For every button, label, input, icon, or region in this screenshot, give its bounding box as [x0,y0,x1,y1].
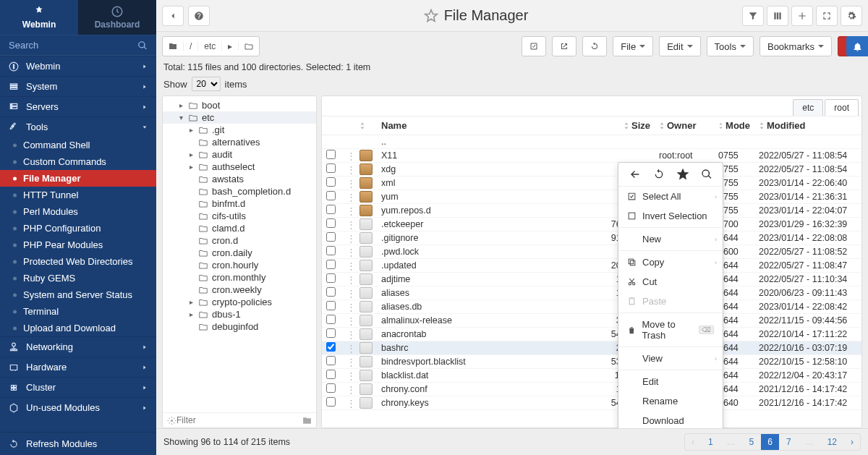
table-row[interactable]: ⋮ chrony.conf 1.34 KiB root:root 0644 20… [322,383,861,396]
tree-node[interactable]: bash_completion.d [163,185,316,197]
ctx-new[interactable]: New› [618,229,723,249]
table-row[interactable]: ⋮ X11 root:root 0755 2022/05/27 - 11:08:… [322,149,861,163]
breadcrumb-caret[interactable]: ▸ [221,41,238,51]
table-row[interactable]: ⋮ aliases 1.49 KiB root:root 0644 2020/0… [322,286,861,300]
tree-node[interactable]: alternatives [163,136,316,148]
table-row[interactable]: ⋮ xdg root:root 0755 2022/05/27 - 11:08:… [322,163,861,177]
tree-node[interactable]: ▸authselect [163,161,316,173]
tab-etc[interactable]: etc [793,99,823,116]
edit-menu[interactable]: Edit [659,36,700,56]
sidebar-group-webmin[interactable]: Webmin [0,56,156,76]
table-row[interactable]: ⋮ yum.repos.d root:root 0755 2023/01/14 … [322,204,861,218]
sidebar-group-servers[interactable]: Servers [0,96,156,116]
tree-node[interactable]: debuginfod [163,320,316,333]
notification-bell[interactable] [846,36,868,56]
tree-node[interactable]: ▸crypto-policies [163,296,316,308]
ctx-trash[interactable]: Move to Trash⌫ [618,315,723,345]
tree-node[interactable]: cron.d [163,234,316,247]
file-menu[interactable]: File [613,36,653,56]
tree-node[interactable]: cron.monthly [163,271,316,284]
row-checkbox[interactable] [326,356,336,365]
page-next[interactable]: › [844,434,860,450]
ctx-edit[interactable]: Edit [618,372,723,391]
back-button[interactable] [162,6,184,26]
sidebar-group-networking[interactable]: Networking [0,336,156,357]
sidebar-group-system[interactable]: System [0,76,156,96]
tree-node[interactable]: cifs-utils [163,210,316,222]
refresh-modules[interactable]: Refresh Modules [0,432,156,455]
tree-filter-input[interactable] [176,415,302,425]
row-checkbox[interactable] [326,260,336,269]
table-row[interactable]: ⋮ bindresvport.blacklist 535 bytes root:… [322,355,861,369]
sidebar-tab-dashboard[interactable]: Dashboard [78,0,156,35]
filter-button[interactable] [742,6,764,26]
bookmarks-menu[interactable]: Bookmarks [760,36,832,56]
sidebar-item-perl-modules[interactable]: Perl Modules [0,203,156,220]
row-checkbox[interactable] [326,246,336,255]
fullscreen-button[interactable] [816,6,838,26]
table-row[interactable]: ⋮ xml root:root 0755 2023/01/14 - 22:06:… [322,177,861,190]
row-checkbox[interactable] [326,397,336,407]
table-row[interactable]: ⋮ .pwd.lock 0 bytes root:root 0600 2022/… [322,245,861,259]
row-checkbox[interactable] [326,370,336,379]
ctx-back-icon[interactable] [629,169,641,180]
page-7[interactable]: 7 [780,434,799,450]
tree-node[interactable]: clamd.d [163,222,316,234]
table-row[interactable]: .. [322,135,861,149]
row-checkbox[interactable] [326,150,336,159]
tree-node[interactable]: cron.daily [163,247,316,259]
table-row[interactable]: ⋮ .gitignore 910 bytes root:root 0644 20… [322,231,861,245]
table-row[interactable]: ⋮ almalinux-release 34 bytes root:root 0… [322,314,861,328]
tree-node[interactable]: ▾etc [163,111,316,124]
tree-node[interactable]: binfmt.d [163,197,316,210]
row-checkbox[interactable] [326,301,336,310]
table-row[interactable]: ⋮ .etckeeper 76.59 KiB root:root 0700 20… [322,218,861,231]
ctx-view[interactable]: View› [618,349,723,368]
settings-button[interactable] [841,6,862,26]
refresh-button[interactable] [582,36,607,56]
tree-node[interactable]: ▸boot [163,99,316,111]
row-checkbox[interactable] [326,383,336,393]
sidebar-item-terminal[interactable]: Terminal [0,303,156,320]
sidebar-group-tools[interactable]: Tools [0,116,156,137]
breadcrumb-seg-etc[interactable]: etc [197,41,221,51]
plus-button[interactable] [791,6,813,26]
show-count-select[interactable]: 20 [192,77,221,91]
breadcrumb-home[interactable] [163,42,183,51]
ctx-rename[interactable]: Rename [618,391,723,411]
col-owner[interactable]: Owner [655,120,714,131]
col-name[interactable]: Name [377,120,597,131]
sidebar-group-cluster[interactable]: Cluster [0,377,156,397]
sidebar-search[interactable] [0,35,156,56]
sidebar-item-upload-and-download[interactable]: Upload and Download [0,320,156,336]
ctx-select-all[interactable]: Select All› [618,187,723,206]
sidebar-item-file-manager[interactable]: File Manager [0,170,156,187]
page-5[interactable]: 5 [743,434,762,450]
sidebar-item-system-and-server-status[interactable]: System and Server Status [0,286,156,303]
ctx-refresh-icon[interactable] [653,169,665,180]
ctx-cut[interactable]: Cut [618,272,723,292]
page-1[interactable]: 1 [702,434,720,450]
col-size[interactable]: Size [597,120,655,131]
sidebar-tab-webmin[interactable]: Webmin [0,0,78,35]
row-checkbox[interactable] [326,273,336,283]
sidebar-item-php-configuration[interactable]: PHP Configuration [0,220,156,237]
table-row[interactable]: ⋮ blacklist.dat 1.24 MiB root:root 0644 … [322,369,861,383]
tree-node[interactable]: ▸audit [163,148,316,161]
sidebar-item-php-pear-modules[interactable]: PHP Pear Modules [0,237,156,253]
row-checkbox[interactable] [326,163,336,173]
sidebar-item-ruby-gems[interactable]: Ruby GEMS [0,270,156,286]
sidebar-group-hardware[interactable]: Hardware [0,357,156,377]
sidebar-item-command-shell[interactable]: Command Shell [0,137,156,153]
breadcrumb-folder-open[interactable] [238,42,259,51]
row-checkbox[interactable] [326,191,336,200]
ctx-download[interactable]: Download [618,411,723,428]
table-row[interactable]: ⋮ chrony.keys 540 bytes root:chrony 0640… [322,396,861,410]
page-prev[interactable]: ‹ [685,434,702,450]
sidebar-item-http-tunnel[interactable]: HTTP Tunnel [0,187,156,203]
tree-node[interactable]: awstats [163,173,316,185]
table-row[interactable]: ⋮ yum root:root 0755 2023/01/14 - 21:36:… [322,190,861,204]
table-row[interactable]: ⋮ adjtime 16 bytes root:root 0644 2022/0… [322,273,861,286]
sort-icon[interactable] [359,122,365,129]
col-modified[interactable]: Modified [754,120,861,131]
